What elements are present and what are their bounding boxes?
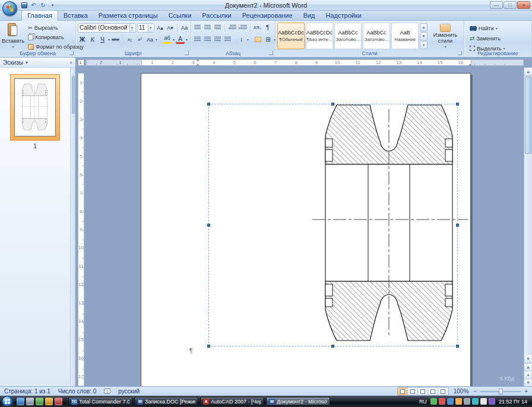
superscript-button[interactable]: x² xyxy=(135,35,144,44)
selection-handle[interactable] xyxy=(207,224,210,227)
selection-handle[interactable] xyxy=(456,103,459,106)
page-thumbnail[interactable] xyxy=(10,74,60,141)
web-layout-view-button[interactable] xyxy=(418,387,428,395)
tray-icon[interactable] xyxy=(430,398,437,405)
tab-stop-selector[interactable]: L xyxy=(78,59,84,66)
selection-handle[interactable] xyxy=(331,103,334,106)
quick-launch-icon[interactable] xyxy=(55,398,62,405)
language-bar[interactable]: RU xyxy=(417,399,429,405)
tray-icon[interactable] xyxy=(439,398,445,405)
numbering-button[interactable] xyxy=(203,23,212,32)
change-case-button[interactable]: Аа xyxy=(145,35,154,44)
minimize-button[interactable]: — xyxy=(490,1,503,9)
gallery-up-button[interactable]: ▲ xyxy=(420,23,428,31)
vertical-ruler[interactable]: 1 2 3 4 5 6 7 8 9 10 11 12 13 14 xyxy=(76,68,86,386)
find-button[interactable]: Найти ▾ xyxy=(468,24,527,33)
proofing-status-icon[interactable] xyxy=(104,389,110,394)
scroll-down-button[interactable]: ▼ xyxy=(524,355,532,363)
decrease-indent-button[interactable]: ◂ xyxy=(227,23,237,32)
chevron-down-icon[interactable]: ▾ xyxy=(26,60,28,65)
tab-references[interactable]: Ссылки xyxy=(163,11,197,20)
start-button[interactable] xyxy=(2,396,13,407)
selection-handle[interactable] xyxy=(456,345,459,348)
align-left-button[interactable] xyxy=(193,35,202,44)
taskbar-clock[interactable]: 21:52 Пт 14 xyxy=(497,399,530,405)
style-title[interactable]: АаВ Название xyxy=(391,23,419,49)
undo-button[interactable]: ↶ xyxy=(30,1,37,9)
shrink-font-button[interactable]: А▾ xyxy=(166,23,175,32)
shading-button[interactable] xyxy=(254,35,262,44)
close-button[interactable]: × xyxy=(517,1,530,9)
align-right-button[interactable] xyxy=(213,35,222,44)
page-indicator[interactable]: Страница: 1 из 1 xyxy=(4,388,50,395)
word-count[interactable]: Число слов: 0 xyxy=(58,388,96,395)
quick-launch-icon[interactable] xyxy=(17,398,24,405)
font-color-button[interactable]: А xyxy=(176,35,185,44)
browse-object-button[interactable]: ● xyxy=(524,371,532,379)
zoom-level[interactable]: 100% xyxy=(454,388,469,395)
tray-icon[interactable] xyxy=(455,398,462,405)
save-button[interactable] xyxy=(20,1,28,9)
font-size-combo[interactable]: 11 ▾ xyxy=(137,23,154,33)
selection-handle[interactable] xyxy=(331,345,334,348)
left-indent-marker[interactable] xyxy=(195,61,200,66)
line-spacing-button[interactable]: ↕ xyxy=(237,35,246,44)
fullscreen-view-button[interactable] xyxy=(408,387,418,395)
horizontal-ruler[interactable]: 2 1 1 2 3 4 5 6 7 xyxy=(86,58,532,68)
gallery-down-button[interactable]: ▼ xyxy=(420,32,428,40)
zoom-track[interactable] xyxy=(480,391,521,392)
qat-customize-button[interactable]: ▾ xyxy=(49,1,56,9)
taskbar-task-autocad[interactable]: A AutoCAD 2007 - [Чер... xyxy=(200,397,264,406)
print-layout-view-button[interactable] xyxy=(398,387,408,395)
quick-launch-icon[interactable] xyxy=(26,398,34,405)
tab-home[interactable]: Главная xyxy=(21,10,58,21)
document-canvas[interactable]: ¶ 5 КВд xyxy=(86,68,524,386)
tab-view[interactable]: Вид xyxy=(298,11,321,20)
style-heading1[interactable]: АаВbСс Заголово... xyxy=(334,23,362,49)
grow-font-button[interactable]: А▴ xyxy=(156,23,164,32)
zoom-thumb[interactable] xyxy=(499,389,503,395)
vertical-scrollbar[interactable]: ▲ ▼ ▲ ● ▼ xyxy=(524,68,532,386)
justify-button[interactable] xyxy=(223,35,232,44)
selection-handle[interactable] xyxy=(456,224,459,227)
tab-insert[interactable]: Вставка xyxy=(58,11,93,20)
right-indent-marker[interactable] xyxy=(468,61,473,66)
style-normal[interactable]: АаВbСсDc ¶Обычный xyxy=(277,23,305,49)
italic-button[interactable]: К xyxy=(88,35,97,44)
gallery-more-button[interactable]: ▾ xyxy=(420,41,428,49)
scroll-up-button[interactable]: ▲ xyxy=(524,68,532,76)
show-marks-button[interactable]: ¶ xyxy=(263,23,272,32)
maximize-button[interactable]: □ xyxy=(504,1,517,9)
previous-page-button[interactable]: ▲ xyxy=(524,363,532,371)
taskbar-task-zapiska-doc[interactable]: W Записка.DOC [Режим... xyxy=(134,397,198,406)
highlight-button[interactable]: аб xyxy=(163,35,172,44)
dialog-launcher[interactable] xyxy=(269,51,273,55)
font-name-combo[interactable]: Calibri (Основной те ▾ xyxy=(78,23,136,33)
replace-button[interactable]: ⇄ Заменить xyxy=(468,34,527,43)
quick-launch-icon[interactable] xyxy=(36,398,43,405)
underline-button[interactable]: Ч xyxy=(98,35,107,44)
style-heading2[interactable]: АаВbСс Заголово... xyxy=(363,23,390,49)
tray-icon[interactable] xyxy=(480,398,487,405)
dialog-launcher[interactable] xyxy=(185,51,189,55)
multilevel-list-button[interactable] xyxy=(213,23,222,32)
tab-page-layout[interactable]: Разметка страницы xyxy=(93,11,163,20)
taskbar-task-total-commander[interactable]: TC Total Commander 7.0... xyxy=(68,397,132,406)
scrollbar-thumb[interactable] xyxy=(525,77,531,154)
tray-icon[interactable] xyxy=(447,398,454,405)
bold-button[interactable]: Ж xyxy=(78,35,87,44)
sort-button[interactable]: АЯ↓ xyxy=(253,23,262,32)
quick-launch-icon[interactable] xyxy=(45,398,53,405)
dialog-launcher[interactable] xyxy=(69,51,74,55)
dialog-launcher[interactable] xyxy=(458,51,462,55)
tray-icon[interactable] xyxy=(464,398,470,405)
align-center-button[interactable] xyxy=(203,35,212,44)
outline-view-button[interactable] xyxy=(428,387,438,395)
language-indicator[interactable]: русский xyxy=(118,388,140,395)
office-button[interactable] xyxy=(2,1,17,16)
change-styles-button[interactable]: Изменить стили ▾ xyxy=(429,23,462,49)
tab-mailings[interactable]: Рассылки xyxy=(197,11,236,20)
next-page-button[interactable]: ▼ xyxy=(524,379,532,386)
increase-indent-button[interactable]: ▸ xyxy=(238,23,248,32)
redo-button[interactable]: ↻ xyxy=(39,1,47,9)
